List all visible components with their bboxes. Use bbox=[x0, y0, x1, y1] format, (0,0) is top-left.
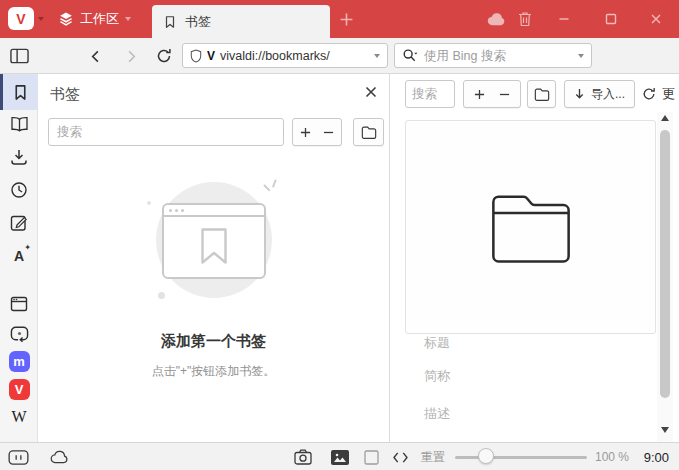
zoom-reset-button[interactable]: 重置 bbox=[421, 443, 445, 470]
mastodon-icon: m bbox=[9, 351, 30, 372]
workspace-layers-icon bbox=[58, 11, 74, 27]
description-input[interactable] bbox=[424, 406, 624, 421]
titlebar: V 工作区 书签 bbox=[0, 0, 679, 38]
page-actions-code-icon[interactable] bbox=[392, 443, 409, 470]
panel-switch-sidebar: A✦ m V W bbox=[0, 74, 38, 442]
more-label: 更 bbox=[662, 85, 675, 103]
sparkle-icon bbox=[262, 179, 279, 198]
forward-button[interactable] bbox=[124, 38, 139, 74]
arrow-down-icon bbox=[574, 88, 585, 101]
import-button[interactable]: 导入... bbox=[564, 80, 635, 108]
tab-label: 书签 bbox=[185, 13, 211, 31]
workspace-label: 工作区 bbox=[80, 10, 119, 28]
notes-icon bbox=[10, 214, 28, 232]
sidebar-item-notes[interactable] bbox=[0, 206, 38, 240]
vivaldi-logo-icon: V bbox=[16, 11, 25, 27]
import-label: 导入... bbox=[591, 86, 625, 103]
site-favicon-icon: V bbox=[207, 49, 215, 63]
url-dropdown-caret-icon[interactable] bbox=[374, 54, 380, 58]
content-new-folder-button[interactable] bbox=[527, 80, 556, 108]
panel-search-box[interactable] bbox=[48, 118, 284, 146]
clock-icon bbox=[10, 181, 28, 199]
description-field[interactable] bbox=[424, 404, 624, 426]
sidebar-item-reading-list[interactable] bbox=[0, 107, 38, 141]
sidebar-item-wikipedia[interactable]: W bbox=[0, 400, 38, 434]
session-loop-icon bbox=[10, 324, 29, 343]
scroll-up-icon[interactable] bbox=[660, 114, 670, 124]
sidebar-item-bookmarks[interactable] bbox=[0, 74, 38, 110]
update-thumbnails-button[interactable]: 更 bbox=[642, 80, 675, 108]
content-search-input[interactable] bbox=[412, 87, 448, 101]
title-input[interactable] bbox=[424, 335, 624, 350]
panel-new-folder-button[interactable] bbox=[353, 118, 384, 146]
url-field[interactable]: V vivaldi://bookmarks/ bbox=[182, 43, 388, 68]
vivaldi-menu-button[interactable]: V bbox=[8, 7, 34, 30]
zoom-slider-track[interactable] bbox=[455, 456, 587, 459]
vivaldi-menu-caret-icon bbox=[38, 17, 44, 21]
nickname-input[interactable] bbox=[424, 368, 624, 383]
statusbar: 重置 100 % 9:00 bbox=[0, 442, 679, 470]
statusbar-panel-toggle-button[interactable] bbox=[8, 443, 29, 470]
search-input[interactable] bbox=[424, 49, 573, 63]
search-dropdown-caret-icon[interactable] bbox=[578, 54, 584, 58]
content-search-box[interactable] bbox=[405, 80, 455, 108]
empty-state-title: 添加第一个书签 bbox=[38, 332, 389, 351]
address-bar: V vivaldi://bookmarks/ bbox=[0, 38, 679, 74]
nickname-field[interactable] bbox=[424, 366, 624, 388]
sidebar-item-downloads[interactable] bbox=[0, 140, 38, 174]
scrollbar[interactable] bbox=[657, 112, 673, 442]
toggle-images-icon[interactable] bbox=[331, 443, 349, 470]
sync-cloud-icon[interactable] bbox=[484, 0, 508, 38]
folder-icon bbox=[361, 125, 377, 139]
deco-dot bbox=[158, 292, 165, 299]
panel-toggle-button[interactable] bbox=[10, 38, 29, 74]
trash-icon[interactable] bbox=[513, 0, 537, 38]
bookmark-preview-card[interactable] bbox=[405, 120, 656, 334]
panel-add-remove-button[interactable] bbox=[292, 118, 342, 146]
bookmarks-manager-content: 导入... 更 bbox=[390, 74, 679, 442]
sidebar-item-translate[interactable]: A✦ bbox=[0, 239, 38, 273]
panel-search-input[interactable] bbox=[57, 125, 275, 139]
plus-icon[interactable] bbox=[474, 89, 485, 100]
url-text: vivaldi://bookmarks/ bbox=[220, 49, 369, 63]
minimize-button[interactable] bbox=[551, 0, 577, 38]
bookmark-icon bbox=[12, 84, 29, 101]
plus-icon[interactable] bbox=[300, 127, 311, 138]
reading-list-icon bbox=[10, 116, 29, 132]
blank-square-icon[interactable] bbox=[364, 443, 379, 470]
translate-icon: A✦ bbox=[14, 248, 24, 264]
maximize-button[interactable] bbox=[598, 0, 624, 38]
sidebar-item-history[interactable] bbox=[0, 173, 38, 207]
new-tab-button[interactable] bbox=[334, 0, 358, 38]
workspace-caret-icon bbox=[125, 17, 131, 21]
sync-status-cloud-icon[interactable] bbox=[50, 443, 69, 470]
window-icon bbox=[10, 296, 28, 312]
zoom-slider-thumb[interactable] bbox=[478, 448, 494, 464]
refresh-icon bbox=[642, 87, 656, 101]
vivaldi-web-icon: V bbox=[9, 379, 30, 400]
reload-button[interactable] bbox=[156, 38, 172, 74]
workspace-button[interactable]: 工作区 bbox=[58, 8, 131, 30]
big-folder-icon bbox=[485, 189, 577, 265]
close-button[interactable] bbox=[643, 0, 669, 38]
minus-icon[interactable] bbox=[323, 127, 334, 138]
capture-camera-icon[interactable] bbox=[294, 443, 312, 470]
zoom-level-value: 100 % bbox=[595, 443, 629, 470]
panel-title: 书签 bbox=[50, 85, 80, 104]
back-button[interactable] bbox=[88, 38, 103, 74]
mini-window-bookmark-icon bbox=[164, 217, 264, 265]
content-add-remove-button[interactable] bbox=[463, 80, 521, 108]
search-engine-icon[interactable] bbox=[402, 48, 419, 63]
folder-icon bbox=[534, 87, 550, 101]
bookmark-icon bbox=[163, 15, 177, 29]
tab-bookmarks[interactable]: 书签 bbox=[152, 5, 330, 38]
clock[interactable]: 9:00 bbox=[644, 443, 669, 470]
shield-icon bbox=[190, 49, 202, 63]
scroll-down-icon[interactable] bbox=[660, 426, 670, 436]
title-field[interactable] bbox=[424, 333, 624, 355]
bookmarks-panel: 书签 添加第一个书签 点击"+"按钮添加书签。 bbox=[38, 74, 390, 442]
search-field[interactable] bbox=[394, 43, 592, 68]
panel-close-button[interactable] bbox=[365, 86, 377, 98]
scrollbar-thumb[interactable] bbox=[660, 130, 670, 398]
minus-icon[interactable] bbox=[499, 89, 510, 100]
